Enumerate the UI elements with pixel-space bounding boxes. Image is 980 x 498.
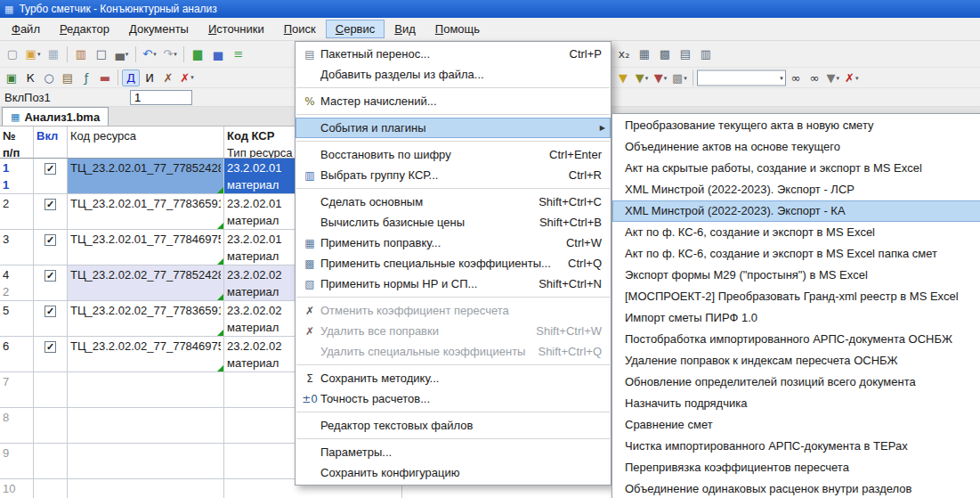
dropdown-caret-icon[interactable]: ▾ xyxy=(37,51,41,58)
plugin-menu-item[interactable]: XML Минстрой (2022-2023). Экспорт - ЛСР xyxy=(612,179,980,200)
menu-search[interactable]: Поиск xyxy=(274,20,326,38)
resource-code-cell[interactable]: ТЦ_23.2.02.02_77_778524289 xyxy=(68,265,224,301)
subscript-icon[interactable]: x₂ xyxy=(614,45,634,64)
filter-clear-icon[interactable]: ▼▾ xyxy=(652,69,669,86)
menu-view[interactable]: Вид xyxy=(385,20,425,38)
plugin-menu-item[interactable]: Экспорт формы М29 ("простыня") в MS Exce… xyxy=(612,265,980,286)
find-binoculars-icon[interactable]: ∞ xyxy=(787,69,805,86)
plugin-menu-item[interactable]: Чистка импортированного АРПС-документа в… xyxy=(612,436,980,457)
menu-service[interactable]: Сервис xyxy=(326,20,385,38)
resource-code-cell[interactable]: ТЦ_23.2.02.01_77_778365916 xyxy=(68,194,224,230)
service-menu-item[interactable]: ΣСохранить методику... xyxy=(296,368,611,388)
plugin-menu-item[interactable]: Акт по ф. КС-6, создание и экспорт в MS … xyxy=(612,222,980,243)
include-checkbox[interactable]: ✓ xyxy=(45,199,56,210)
edit-grid-icon[interactable]: ▤ xyxy=(59,69,77,86)
eraser-icon[interactable]: ▬ xyxy=(96,69,114,86)
letter-k-icon[interactable]: К xyxy=(21,69,39,86)
plugin-menu-item[interactable]: Обновление определителей позиций всего д… xyxy=(612,371,980,393)
row-number-cell[interactable]: 7 xyxy=(0,372,34,408)
row-number-cell[interactable]: 2 xyxy=(0,194,34,230)
position-field-input[interactable] xyxy=(130,90,192,105)
dropdown-caret-icon[interactable]: ▾ xyxy=(684,74,687,81)
row-number-cell[interactable]: 9 xyxy=(0,444,34,479)
undo-icon[interactable]: ↶▾ xyxy=(140,45,159,64)
letter-d-icon[interactable]: Д xyxy=(122,69,140,86)
include-position-icon[interactable]: ▣ xyxy=(3,69,20,86)
header-row-number[interactable]: № п/п xyxy=(0,127,34,159)
dropdown-caret-icon[interactable]: ▾ xyxy=(664,74,668,81)
filter-selection-icon[interactable]: ▼▾ xyxy=(824,69,842,86)
row-include-cell[interactable] xyxy=(34,479,68,498)
dropdown-caret-icon[interactable]: ▾ xyxy=(153,51,157,58)
columns-icon[interactable]: ▥ xyxy=(696,45,716,64)
resource-code-cell[interactable]: ТЦ_23.2.02.01_77_778469758 xyxy=(68,230,224,265)
resource-code-cell[interactable] xyxy=(68,444,224,479)
lens-icon[interactable]: ○ xyxy=(40,69,58,86)
row-include-cell[interactable] xyxy=(34,408,68,444)
row-number-cell[interactable]: 10 xyxy=(0,479,34,498)
row-number-cell[interactable]: 3 xyxy=(0,230,34,265)
header-include[interactable]: Вкл xyxy=(34,127,68,159)
plugin-menu-item[interactable]: Акт на скрытые работы, создание и экспор… xyxy=(612,158,980,179)
row-include-cell[interactable] xyxy=(34,372,68,408)
table-pattern-icon[interactable]: ▤ xyxy=(676,45,695,64)
filter-edit-icon[interactable]: ▼▾ xyxy=(633,69,651,86)
include-checkbox[interactable]: ✓ xyxy=(45,341,56,353)
service-menu-item[interactable]: Вычислить базисные ценыShift+Ctrl+B xyxy=(296,212,611,233)
fill-box-icon[interactable]: ▩▾ xyxy=(670,69,689,86)
formula-icon[interactable]: ƒ xyxy=(77,69,95,86)
filter-remove-icon[interactable]: ✗▾ xyxy=(843,69,861,86)
resource-code-cell[interactable] xyxy=(68,479,224,498)
dropdown-caret-icon[interactable]: ▾ xyxy=(780,74,783,81)
service-menu-item[interactable]: Редактор текстовых файлов xyxy=(296,415,611,436)
plugin-menu-item[interactable]: [МОСПРОЕКТ-2] Преобразовать Гранд-xml ре… xyxy=(612,286,980,307)
book-icon[interactable]: ▥ xyxy=(71,45,91,64)
resource-code-cell[interactable]: ТЦ_23.2.02.02_77_778365916 xyxy=(68,301,224,337)
row-number-cell[interactable]: 5 xyxy=(0,301,34,337)
plugin-menu-item[interactable]: Перепривязка коэффициентов пересчета xyxy=(612,457,980,478)
include-checkbox[interactable]: ✓ xyxy=(45,234,56,246)
row-include-cell[interactable]: ✓ xyxy=(34,337,68,372)
dropdown-caret-icon[interactable]: ▾ xyxy=(855,74,859,81)
print-preview-icon[interactable]: □ xyxy=(92,45,111,64)
menu-help[interactable]: Помощь xyxy=(425,20,490,38)
service-menu-item[interactable]: События и плагины▶ xyxy=(296,118,611,138)
service-menu-item[interactable]: ▦Применить поправку...Ctrl+W xyxy=(296,233,611,253)
service-menu-item[interactable]: ▩Применить специальные коэффициенты...Ct… xyxy=(296,253,611,273)
filter-funnel-icon[interactable]: ▼ xyxy=(614,69,632,86)
resource-code-cell[interactable]: ТЦ_23.2.02.01_77_778524289 xyxy=(68,159,224,194)
row-include-cell[interactable]: ✓ xyxy=(34,265,68,301)
resource-code-cell[interactable]: ТЦ_23.2.02.02_77_778469758 xyxy=(68,337,224,372)
service-menu-item[interactable]: ▤Пакетный перенос...Ctrl+P xyxy=(296,44,611,64)
menu-sources[interactable]: Источники xyxy=(198,20,274,38)
service-menu-item[interactable]: %Мастер начислений... xyxy=(296,91,611,111)
service-menu-item[interactable]: ±0Точность расчетов... xyxy=(296,388,611,409)
save-icon[interactable]: ▦ xyxy=(44,45,63,64)
row-number-cell[interactable]: 6 xyxy=(0,337,34,372)
dropdown-caret-icon[interactable]: ▾ xyxy=(190,74,194,81)
dropdown-caret-icon[interactable]: ▾ xyxy=(174,51,177,58)
include-checkbox[interactable]: ✓ xyxy=(45,306,56,317)
structure-icon[interactable]: ≡ xyxy=(229,45,248,64)
service-menu-item[interactable]: Восстановить по шифруCtrl+Enter xyxy=(296,144,611,165)
new-document-icon[interactable]: ▢ xyxy=(3,45,22,64)
dropdown-caret-icon[interactable]: ▾ xyxy=(126,51,129,58)
service-menu-item[interactable]: Сохранить конфигурацию xyxy=(296,462,611,483)
row-include-cell[interactable]: ✓ xyxy=(34,301,68,337)
menu-editor[interactable]: Редактор xyxy=(50,20,119,38)
delete-x-icon[interactable]: ✗▾ xyxy=(178,69,196,86)
plugin-menu-item[interactable]: Импорт сметы ПИРФ 1.0 xyxy=(612,307,980,329)
row-number-cell[interactable]: 11 xyxy=(0,159,34,194)
plugin-menu-item[interactable]: Объединение одинаковых расценок внутри р… xyxy=(612,478,980,498)
service-menu-item[interactable]: Параметры... xyxy=(296,442,611,462)
include-checkbox[interactable]: ✓ xyxy=(45,163,56,175)
plugin-menu-item[interactable]: Объединение актов на основе текущего xyxy=(612,136,980,158)
service-menu-item[interactable]: Сделать основнымShift+Ctrl+C xyxy=(296,192,611,212)
row-number-cell[interactable]: 42 xyxy=(0,265,34,301)
document-tab[interactable]: ▦ Анализ1.bma xyxy=(2,107,109,126)
row-number-cell[interactable]: 8 xyxy=(0,408,34,444)
sort-bars-icon[interactable]: ▆ xyxy=(188,45,207,64)
row-include-cell[interactable]: ✓ xyxy=(34,230,68,265)
resource-code-cell[interactable] xyxy=(68,408,224,444)
service-menu-item[interactable]: ▧Применить нормы НР и СП...Shift+Ctrl+N xyxy=(296,273,611,294)
